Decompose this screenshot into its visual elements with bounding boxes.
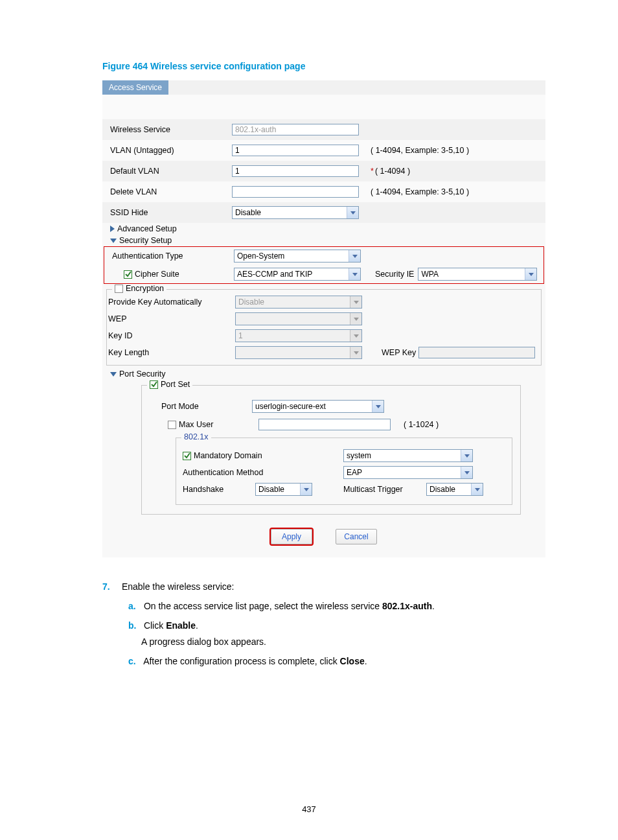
- triangle-down-icon: [110, 372, 117, 377]
- label-default-vlan: Default VLAN: [110, 167, 232, 176]
- hint-default-vlan: *( 1-4094 ): [371, 167, 410, 176]
- hint-vlan-untagged: ( 1-4094, Example: 3-5,10 ): [371, 146, 469, 155]
- select-auth-method[interactable]: EAP: [343, 466, 473, 479]
- select-key-id[interactable]: 1: [235, 329, 362, 342]
- dot1x-box: 802.1x Mandatory Domain system: [176, 438, 512, 505]
- label-delete-vlan: Delete VLAN: [110, 187, 232, 196]
- toggle-security-setup[interactable]: Security Setup: [102, 235, 545, 246]
- toggle-advanced-setup[interactable]: Advanced Setup: [102, 223, 545, 235]
- substep-a-letter: a.: [128, 599, 141, 614]
- checkbox-encryption[interactable]: [115, 285, 123, 293]
- hint-max-user: ( 1-1024 ): [404, 420, 439, 429]
- chevron-down-icon: [350, 313, 361, 325]
- step-text: Enable the wireless service:: [122, 581, 235, 592]
- substep-c-letter: c.: [128, 654, 141, 670]
- page-number: 437: [0, 804, 618, 814]
- figure-title: Figure 464 Wireless service configuratio…: [102, 61, 547, 71]
- chevron-down-icon: [461, 467, 472, 478]
- select-key-length[interactable]: [235, 346, 362, 359]
- chevron-down-icon: [347, 207, 358, 218]
- substep-b-letter: b.: [128, 618, 141, 634]
- label-handshake: Handshake: [183, 485, 223, 494]
- chevron-down-icon: [349, 268, 360, 280]
- select-auth-type[interactable]: Open-System: [234, 250, 361, 262]
- chevron-down-icon: [372, 401, 383, 412]
- input-default-vlan[interactable]: [232, 165, 359, 177]
- label-provide-key: Provide Key Automatically: [108, 298, 235, 307]
- hint-delete-vlan: ( 1-4094, Example: 3-5,10 ): [371, 187, 469, 196]
- chevron-down-icon: [349, 250, 360, 262]
- instruction-block: 7. Enable the wireless service: a. On th…: [102, 579, 547, 670]
- chevron-down-icon: [350, 296, 361, 308]
- apply-button[interactable]: Apply: [271, 529, 312, 544]
- tab-bar: Access Service: [102, 80, 545, 95]
- label-max-user: Max User: [150, 420, 258, 429]
- label-multicast-trigger: Multicast Trigger: [343, 485, 403, 494]
- label-security-ie: Security IE: [375, 270, 414, 279]
- input-wireless-service[interactable]: [232, 124, 359, 135]
- toggle-port-security[interactable]: Port Security: [102, 368, 545, 380]
- step-number: 7.: [102, 579, 119, 595]
- substep-c-text: After the configuration process is compl…: [143, 656, 367, 666]
- legend-8021x: 802.1x: [181, 432, 211, 441]
- legend-port-set: Port Set: [147, 380, 192, 389]
- checkbox-cipher-suite[interactable]: [124, 270, 132, 279]
- substep-b-extra: A progress dialog box appears.: [141, 635, 547, 650]
- checkbox-mandatory-domain[interactable]: [183, 452, 191, 460]
- label-vlan-untagged: VLAN (Untagged): [110, 146, 232, 155]
- triangle-down-icon: [110, 239, 117, 243]
- label-key-id: Key ID: [108, 331, 235, 340]
- input-wep-key[interactable]: [418, 347, 535, 358]
- label-cipher-suite: Cipher Suite: [112, 270, 234, 279]
- input-vlan-untagged[interactable]: [232, 145, 359, 156]
- cancel-button[interactable]: Cancel: [336, 529, 377, 544]
- legend-encryption: Encryption: [112, 284, 166, 293]
- select-handshake[interactable]: Disable: [255, 483, 312, 496]
- chevron-down-icon: [461, 450, 472, 461]
- label-auth-method: Authentication Method: [183, 468, 263, 477]
- select-ssid-hide[interactable]: Disable: [232, 206, 359, 219]
- input-max-user[interactable]: [258, 419, 391, 430]
- input-delete-vlan[interactable]: [232, 186, 359, 198]
- config-panel: Access Service Wireless Service VLAN (Un…: [102, 80, 545, 557]
- chevron-down-icon: [471, 484, 483, 495]
- checkbox-max-user[interactable]: [168, 421, 176, 429]
- label-port-mode: Port Mode: [150, 402, 252, 411]
- label-auth-type: Authentication Type: [112, 251, 234, 261]
- select-mandatory-domain[interactable]: system: [343, 449, 473, 462]
- label-wep-key: WEP Key: [382, 348, 416, 357]
- substep-b-text: Click Enable.: [144, 620, 198, 631]
- chevron-down-icon: [300, 484, 312, 495]
- select-cipher-suite[interactable]: AES-CCMP and TKIP: [234, 268, 361, 281]
- select-provide-key[interactable]: Disable: [235, 296, 362, 309]
- label-wep: WEP: [108, 314, 235, 323]
- label-wireless-service: Wireless Service: [110, 125, 232, 134]
- tab-access-service[interactable]: Access Service: [102, 80, 168, 95]
- checkbox-port-set[interactable]: [150, 380, 158, 389]
- select-wep[interactable]: [235, 312, 362, 325]
- label-ssid-hide: SSID Hide: [110, 208, 232, 217]
- triangle-right-icon: [110, 226, 115, 232]
- label-mandatory-domain: Mandatory Domain: [194, 451, 262, 460]
- chevron-down-icon: [350, 347, 361, 358]
- chevron-down-icon: [525, 268, 536, 280]
- chevron-down-icon: [350, 330, 361, 342]
- port-set-box: Port Set Port Mode userlogin-secure-ext …: [141, 385, 521, 515]
- substep-a-text: On the access service list page, select …: [144, 601, 435, 611]
- label-key-length: Key Length: [108, 348, 235, 357]
- select-port-mode[interactable]: userlogin-secure-ext: [252, 400, 384, 413]
- select-security-ie[interactable]: WPA: [418, 268, 537, 281]
- select-multicast-trigger[interactable]: Disable: [426, 483, 483, 496]
